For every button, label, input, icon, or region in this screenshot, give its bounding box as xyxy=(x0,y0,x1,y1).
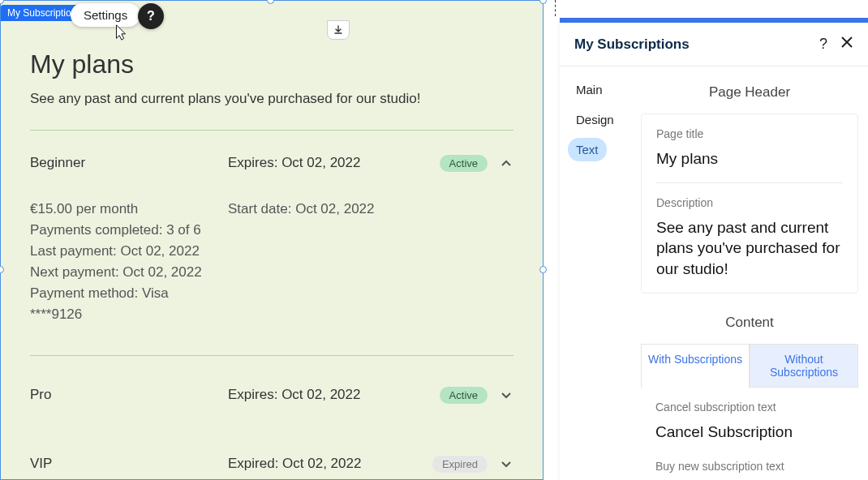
field-value-page-title[interactable]: My plans xyxy=(656,148,843,169)
plan-item: Beginner Expires: Oct 02, 2022 Active €1… xyxy=(30,145,513,356)
section-title-page-header: Page Header xyxy=(641,78,858,114)
plan-name: Beginner xyxy=(30,155,228,171)
tab-main[interactable]: Main xyxy=(568,78,611,101)
download-button[interactable] xyxy=(327,20,350,40)
field-value-description[interactable]: See any past and current plans you've pu… xyxy=(656,217,843,280)
panel-title: My Subscriptions xyxy=(574,36,690,53)
help-icon[interactable]: ? xyxy=(138,3,164,29)
plan-next-payment: Next payment: Oct 02, 2022 xyxy=(30,264,228,281)
selection-handle[interactable] xyxy=(539,266,547,273)
chevron-down-icon[interactable] xyxy=(499,457,513,472)
status-badge: Active xyxy=(440,387,488,404)
plan-name: Pro xyxy=(30,387,228,403)
settings-panel: My Subscriptions ? Main Design Text Page… xyxy=(560,18,868,480)
field-value-cancel-text[interactable]: Cancel Subscription xyxy=(655,422,844,443)
plan-last-payment: Last payment: Oct 02, 2022 xyxy=(30,243,228,259)
status-badge: Expired xyxy=(432,456,488,473)
field-label-cancel-text: Cancel subscription text xyxy=(655,401,844,414)
divider xyxy=(656,182,843,183)
plan-item: Pro Expires: Oct 02, 2022 Active xyxy=(30,356,513,425)
tab-design[interactable]: Design xyxy=(568,108,622,131)
chevron-up-icon[interactable] xyxy=(499,156,513,171)
page-description: See any past and current plans you've pu… xyxy=(30,91,513,107)
plan-start-date: Start date: Oct 02, 2022 xyxy=(228,201,375,217)
plan-payments-completed: Payments completed: 3 of 6 xyxy=(30,222,228,238)
help-icon[interactable]: ? xyxy=(819,36,827,53)
section-title-content: Content xyxy=(641,308,858,344)
cursor-pointer-icon xyxy=(112,24,130,45)
tab-text[interactable]: Text xyxy=(568,138,607,161)
page-title: My plans xyxy=(30,49,513,79)
field-label-buy-text: Buy new subscription text xyxy=(655,460,844,473)
field-label-description: Description xyxy=(656,196,843,209)
plan-payment-method: Payment method: Visa xyxy=(30,285,228,302)
download-icon xyxy=(333,25,343,35)
field-label-page-title: Page title xyxy=(656,127,843,140)
plan-name: VIP xyxy=(30,456,228,472)
plan-card: ****9126 xyxy=(30,306,228,323)
plan-expires: Expires: Oct 02, 2022 xyxy=(228,387,440,403)
plan-expires: Expires: Oct 02, 2022 xyxy=(228,155,440,171)
settings-button[interactable]: Settings xyxy=(71,3,140,27)
plan-item: VIP Expired: Oct 02, 2022 Expired xyxy=(30,425,513,480)
divider xyxy=(555,0,556,16)
content-tab-without-subscriptions[interactable]: Without Subscriptions xyxy=(750,344,858,388)
plan-price: €15.00 per month xyxy=(30,201,228,217)
selection-handle[interactable] xyxy=(539,0,547,4)
chevron-down-icon[interactable] xyxy=(499,388,513,403)
content-tab-with-subscriptions[interactable]: With Subscriptions xyxy=(641,344,750,388)
panel-tabs: Main Design Text xyxy=(560,66,641,475)
close-icon[interactable] xyxy=(840,36,853,53)
divider xyxy=(30,130,513,131)
canvas-preview[interactable]: My Subscriptions Settings ? My plans See… xyxy=(0,0,544,480)
panel-header: My Subscriptions ? xyxy=(560,23,868,66)
plan-expires: Expired: Oct 02, 2022 xyxy=(228,456,432,472)
status-badge: Active xyxy=(440,155,488,172)
